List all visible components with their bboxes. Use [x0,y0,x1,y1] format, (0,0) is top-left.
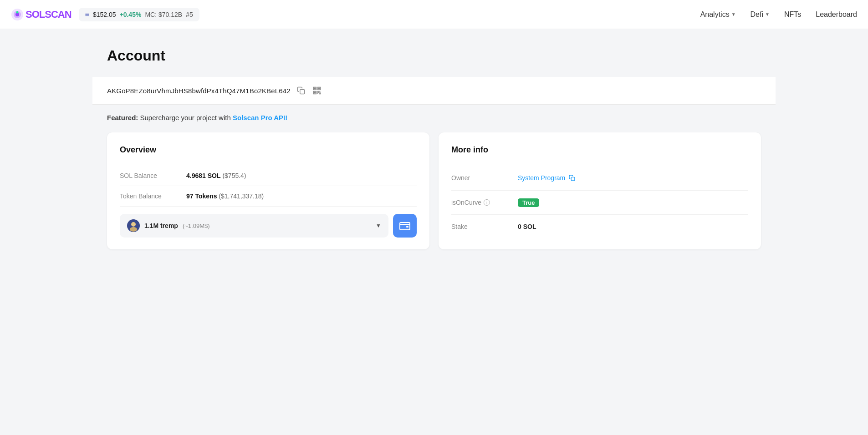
svg-rect-4 [300,90,304,94]
logo-text: SOLSCAN [26,9,71,20]
token-selector-row: 1.1M tremp (~1.09M$) ▼ [120,214,417,238]
stake-value: 0 SOL [518,223,536,230]
token-wallet-button[interactable] [393,214,417,238]
is-on-curve-value: True [518,199,539,206]
is-on-curve-label: isOnCurve i [451,199,511,206]
token-balance-label: Token Balance [120,192,179,200]
wallet-icon [399,221,410,230]
true-badge: True [518,198,539,207]
cards-row: Overview SOL Balance 4.9681 SOL ($755.4)… [107,132,761,249]
page-title: Account [107,47,761,64]
svg-point-18 [130,227,137,232]
featured-banner: Featured: Supercharge your project with … [107,114,761,121]
price-value: $152.05 [93,11,116,18]
sol-balance-label: SOL Balance [120,172,179,179]
stake-row: Stake 0 SOL [451,215,748,238]
nav-label-defi: Defi [751,10,763,19]
is-on-curve-info-icon[interactable]: i [484,199,490,206]
token-balance-value: 97 Tokens ($1,741,337.18) [186,192,264,200]
token-balance-row: Token Balance 97 Tokens ($1,741,337.18) [120,186,417,207]
price-change: +0.45% [120,11,142,18]
owner-link[interactable]: System Program [518,174,576,182]
more-info-card: More info Owner System Program [439,132,761,249]
qr-icon [312,86,322,95]
price-badge: ≡ $152.05 +0.45% MC: $70.12B #5 [79,8,199,21]
sol-stack-icon: ≡ [85,10,89,19]
defi-dropdown-arrow: ▼ [765,12,770,17]
owner-value: System Program [518,174,576,182]
header-left: SOLSCAN ≡ $152.05 +0.45% MC: $70.12B #5 [11,8,199,21]
account-address: AKGoP8EZo8urVhmJbHS8bwfdPx4ThQ47M1Bo2KBe… [107,87,291,95]
svg-rect-19 [400,223,410,230]
token-name: 1.1M tremp [144,222,178,229]
copy-owner-button[interactable] [568,174,576,182]
svg-point-3 [16,11,19,13]
logo-icon [11,8,24,21]
svg-point-17 [131,222,136,227]
main-content: Account AKGoP8EZo8urVhmJbHS8bwfdPx4ThQ47… [92,29,776,268]
stake-label: Stake [451,223,511,230]
owner-label: Owner [451,174,511,182]
nav-label-leaderboard: Leaderboard [816,10,857,19]
header-nav: Analytics ▼ Defi ▼ NFTs Leaderboard [700,10,857,19]
nav-item-leaderboard[interactable]: Leaderboard [816,10,857,19]
is-on-curve-row: isOnCurve i True [451,191,748,215]
svg-rect-13 [319,93,321,94]
svg-rect-20 [406,226,408,228]
price-rank: #5 [186,11,193,18]
nav-label-analytics: Analytics [700,10,730,19]
sol-balance-row: SOL Balance 4.9681 SOL ($755.4) [120,166,417,186]
token-avatar-image [127,219,140,232]
svg-rect-9 [318,88,320,89]
copy-address-button[interactable] [296,86,306,96]
nav-item-nfts[interactable]: NFTs [784,10,801,19]
featured-desc: Supercharge your project with [140,114,233,121]
svg-rect-21 [572,177,575,181]
overview-title: Overview [120,145,417,155]
token-select-dropdown[interactable]: 1.1M tremp (~1.09M$) ▼ [120,214,388,238]
sol-balance-value: 4.9681 SOL ($755.4) [186,172,246,179]
copy-icon [297,86,305,95]
svg-rect-8 [314,88,316,89]
overview-card: Overview SOL Balance 4.9681 SOL ($755.4)… [107,132,429,249]
price-mc: MC: $70.12B [145,11,182,18]
nav-item-analytics[interactable]: Analytics ▼ [700,10,736,19]
logo[interactable]: SOLSCAN [11,8,71,21]
token-avatar [127,219,140,232]
header: SOLSCAN ≡ $152.05 +0.45% MC: $70.12B #5 … [0,0,868,29]
analytics-dropdown-arrow: ▼ [731,12,736,17]
nav-item-defi[interactable]: Defi ▼ [751,10,770,19]
featured-link[interactable]: Solscan Pro API! [233,114,287,121]
token-usd: (~1.09M$) [183,223,210,229]
owner-row: Owner System Program [451,166,748,191]
qr-code-button[interactable] [311,85,322,96]
address-bar: AKGoP8EZo8urVhmJbHS8bwfdPx4ThQ47M1Bo2KBe… [92,77,776,105]
token-dropdown-arrow: ▼ [376,223,381,229]
more-info-title: More info [451,145,748,155]
featured-label: Featured: [107,114,138,121]
svg-rect-10 [314,92,316,93]
copy-owner-icon [569,175,575,181]
nav-label-nfts: NFTs [784,10,801,19]
svg-rect-12 [317,91,319,93]
